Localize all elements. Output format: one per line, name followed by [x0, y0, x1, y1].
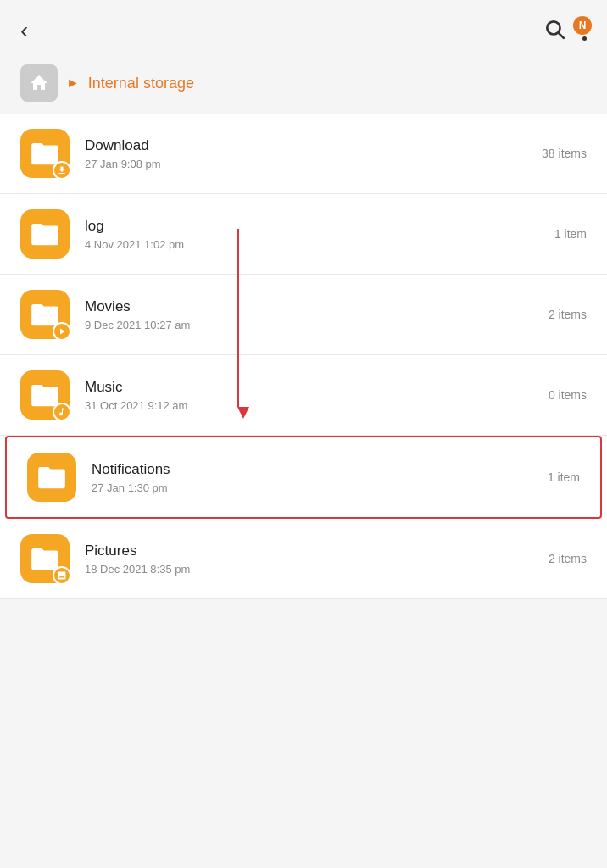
folder-icon-wrapper: [20, 209, 70, 259]
file-info: Movies 9 Dec 2021 10:27 am: [85, 298, 549, 331]
breadcrumb-label: Internal storage: [88, 75, 194, 92]
search-icon: [543, 18, 565, 40]
file-count: 1 item: [554, 227, 587, 241]
folder-badge-icon: [53, 566, 71, 585]
file-date: 27 Jan 1:30 pm: [92, 481, 548, 494]
file-count: 2 items: [549, 308, 587, 321]
folder-icon-wrapper: [27, 453, 76, 502]
home-svg: [29, 73, 49, 93]
list-item[interactable]: Pictures 18 Dec 2021 8:35 pm 2 items: [0, 519, 607, 599]
header: ‹ N: [0, 0, 607, 53]
folder-badge-icon: [53, 403, 71, 421]
file-date: 9 Dec 2021 10:27 am: [85, 319, 549, 331]
folder-bg: [27, 453, 76, 502]
folder-icon-wrapper: [20, 129, 70, 178]
file-info: Download 27 Jan 9:08 pm: [85, 137, 542, 170]
file-info: Notifications 27 Jan 1:30 pm: [92, 461, 548, 494]
breadcrumb: ► Internal storage: [0, 53, 607, 114]
file-name: Notifications: [92, 461, 548, 478]
list-item[interactable]: Music 31 Oct 2021 9:12 am 0 items: [0, 355, 607, 436]
list-item[interactable]: Download 27 Jan 9:08 pm 38 items: [0, 114, 607, 194]
file-name: Pictures: [85, 542, 549, 559]
notification-badge: N: [573, 16, 592, 35]
back-button[interactable]: ‹: [20, 17, 28, 44]
folder-svg: [36, 464, 68, 491]
breadcrumb-chevron: ►: [66, 75, 80, 91]
file-info: Music 31 Oct 2021 9:12 am: [85, 379, 549, 412]
file-date: 31 Oct 2021 9:12 am: [85, 399, 549, 412]
folder-icon-wrapper: [20, 534, 70, 583]
svg-line-1: [559, 33, 564, 38]
file-count: 38 items: [542, 147, 587, 160]
file-date: 18 Dec 2021 8:35 pm: [85, 563, 549, 576]
home-icon[interactable]: [20, 64, 58, 102]
file-name: Download: [85, 137, 542, 154]
file-date: 4 Nov 2021 1:02 pm: [85, 238, 554, 251]
file-date: 27 Jan 9:08 pm: [85, 158, 542, 170]
list-item[interactable]: log 4 Nov 2021 1:02 pm 1 item: [0, 194, 607, 275]
search-button[interactable]: [543, 18, 565, 43]
file-count: 0 items: [549, 388, 587, 402]
file-count: 1 item: [548, 470, 580, 484]
file-name: Movies: [85, 298, 549, 315]
file-list: Download 27 Jan 9:08 pm 38 items log 4 N…: [0, 114, 607, 599]
list-item[interactable]: Notifications 27 Jan 1:30 pm 1 item: [5, 436, 602, 519]
folder-bg: [20, 209, 70, 259]
file-name: Music: [85, 379, 549, 396]
file-count: 2 items: [549, 552, 587, 565]
folder-badge-icon: [53, 322, 71, 341]
folder-icon-wrapper: [20, 290, 70, 339]
folder-badge-icon: [53, 161, 71, 180]
list-item[interactable]: Movies 9 Dec 2021 10:27 am 2 items: [0, 275, 607, 355]
notification-button[interactable]: N: [582, 21, 587, 41]
folder-svg: [29, 220, 61, 248]
file-name: log: [85, 218, 554, 235]
file-info: log 4 Nov 2021 1:02 pm: [85, 218, 554, 251]
file-info: Pictures 18 Dec 2021 8:35 pm: [85, 542, 549, 576]
folder-icon-wrapper: [20, 370, 70, 420]
